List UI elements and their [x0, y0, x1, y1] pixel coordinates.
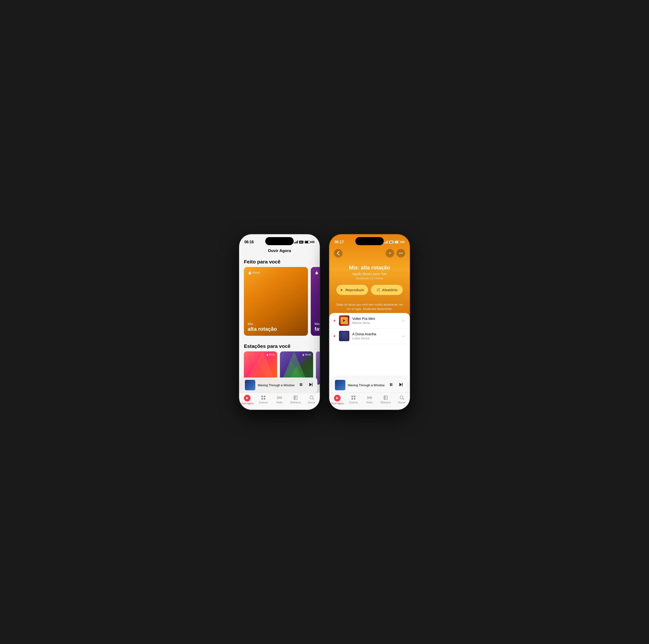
apple-music-badge-1: Music	[248, 271, 304, 275]
mini-player-1[interactable]: Waving Through a Window	[242, 377, 317, 393]
svg-line-35	[403, 399, 404, 400]
mix-card-favoritos[interactable]: Music Mix: favo	[311, 267, 320, 336]
dynamic-island	[265, 237, 294, 245]
pause-button-2[interactable]	[388, 381, 394, 389]
pause-button-1[interactable]	[298, 381, 304, 389]
track-art-luisa	[339, 331, 349, 341]
svg-rect-9	[312, 383, 312, 387]
tab-label-biblioteca-1: Biblioteca	[290, 401, 301, 404]
track-name-1: Voltei Pra Mim	[352, 317, 398, 321]
biblioteca-icon-1	[293, 395, 298, 401]
svg-rect-26	[402, 383, 402, 387]
playlist-info-area: Mix: alta rotação Apple Music para Yan A…	[329, 260, 410, 300]
svg-rect-14	[264, 398, 265, 400]
tab-bar-1: Ouvir Agora Explorar Rádio Biblioteca	[239, 393, 320, 410]
section-title-featured: Feito para você	[239, 255, 320, 267]
next-button-2[interactable]	[397, 381, 404, 389]
track-star-2: ★	[333, 334, 336, 338]
next-icon-2	[398, 382, 403, 387]
tab-label-radio-1: Rádio	[276, 401, 283, 404]
tab-explorar-1[interactable]: Explorar	[255, 395, 271, 404]
svg-rect-31	[354, 398, 355, 400]
track-art-marina	[339, 315, 349, 326]
more-options-button[interactable]: •••	[397, 249, 405, 257]
tab-buscar-1[interactable]: Buscar	[304, 395, 320, 404]
svg-rect-13	[261, 398, 263, 400]
svg-rect-7	[302, 383, 302, 386]
apple-music-label-1: Music	[253, 271, 260, 274]
svg-point-34	[400, 396, 403, 399]
tab-biblioteca-2[interactable]: Biblioteca	[378, 395, 394, 404]
next-button-1[interactable]	[307, 381, 314, 389]
play-icon-active-1	[246, 397, 249, 400]
nav-title-1: Ouvir Agora	[239, 247, 320, 255]
svg-marker-22	[343, 319, 345, 322]
apple-logo-icon-2	[314, 271, 318, 275]
tab-ouvir-agora-2[interactable]: Ouvir Agora	[329, 395, 345, 405]
playlist-updated: Atualizado há 3 horas	[356, 277, 383, 280]
svg-marker-8	[309, 383, 312, 387]
play-active-icon-2	[334, 395, 341, 401]
battery-icon-2	[395, 241, 400, 243]
track-more-btn-1[interactable]: ···	[401, 317, 406, 324]
playlist-actions: Reproduzir Aleatório	[336, 285, 403, 295]
tab-label-ouvir-2: Ouvir Agora	[331, 402, 344, 405]
network-badge-2: 4G	[389, 241, 393, 243]
tab-biblioteca-1[interactable]: Biblioteca	[288, 395, 304, 404]
next-icon-1	[308, 382, 313, 387]
svg-marker-27	[336, 397, 338, 400]
track-star-1: ★	[333, 319, 336, 322]
explorar-icon-2	[351, 395, 356, 401]
mix-name-1: alta rotação	[248, 326, 304, 332]
svg-rect-24	[392, 383, 392, 386]
svg-rect-11	[261, 396, 263, 397]
svg-line-18	[313, 399, 314, 400]
track-item-1[interactable]: ★ Voltei Pra Mim Marina Sena ···	[329, 313, 410, 328]
svg-rect-12	[264, 396, 265, 397]
ellipsis-icon: •••	[399, 251, 403, 255]
svg-rect-23	[390, 383, 391, 386]
tab-radio-1[interactable]: Rádio	[271, 395, 288, 404]
play-icon-active-2	[336, 397, 339, 400]
mini-player-title-1: Waving Through a Window	[258, 384, 296, 387]
svg-rect-28	[351, 396, 353, 397]
mix-card-alta-rotacao[interactable]: Music Mix: alta rotação Marina Sena, Luí…	[244, 267, 308, 336]
signal-icon	[294, 241, 298, 243]
mini-player-art-2	[335, 380, 345, 390]
shuffle-button[interactable]: Aleatório	[371, 285, 403, 295]
play-icon-2	[340, 288, 343, 292]
battery-pct-1: 69	[311, 240, 314, 244]
network-badge-1: 4G	[299, 241, 303, 243]
tab-label-buscar-1: Buscar	[308, 401, 315, 404]
tab-label-biblioteca-2: Biblioteca	[381, 401, 391, 404]
status-right-1: 4G 69	[294, 240, 314, 244]
track-artist-1: Marina Sena	[352, 321, 398, 325]
svg-point-15	[279, 397, 280, 398]
phone-2: 06:17 4G 69	[329, 234, 410, 410]
shuffle-icon	[376, 288, 380, 292]
add-button[interactable]: +	[386, 249, 394, 257]
phone2-main-scroll[interactable]: + ••• Mix: alta rotação Apple Music para…	[329, 247, 410, 410]
battery-icon-1	[305, 241, 310, 243]
tab-ouvir-agora-1[interactable]: Ouvir Agora	[239, 395, 255, 405]
track-info-1: Voltei Pra Mim Marina Sena	[352, 317, 398, 325]
phone-1: 06:16 4G 69 Ouvir Agora Feito para você	[239, 234, 320, 410]
mix-name-2: favo	[314, 326, 320, 332]
tab-explorar-2[interactable]: Explorar	[345, 395, 361, 404]
mix-label-2: Mix:	[314, 322, 320, 326]
battery-pct-2: 69	[401, 240, 405, 244]
mini-player-controls-1	[298, 381, 314, 389]
svg-rect-30	[351, 398, 353, 400]
svg-rect-29	[354, 396, 355, 397]
tab-radio-2[interactable]: Rádio	[361, 395, 378, 404]
mini-player-2[interactable]: Waving Through a Window	[332, 377, 407, 393]
track-more-btn-2[interactable]: ···	[401, 333, 406, 339]
status-time-1: 06:16	[244, 240, 254, 244]
explorar-icon-1	[260, 395, 266, 401]
back-button[interactable]	[334, 249, 343, 257]
tab-buscar-2[interactable]: Buscar	[394, 395, 410, 404]
dynamic-island-2	[355, 237, 384, 245]
track-item-2[interactable]: ★ A Dona Aranha Luísa Sonza ···	[329, 328, 410, 344]
play-button-2[interactable]: Reproduzir	[336, 285, 368, 295]
status-right-2: 4G 69	[384, 240, 405, 244]
